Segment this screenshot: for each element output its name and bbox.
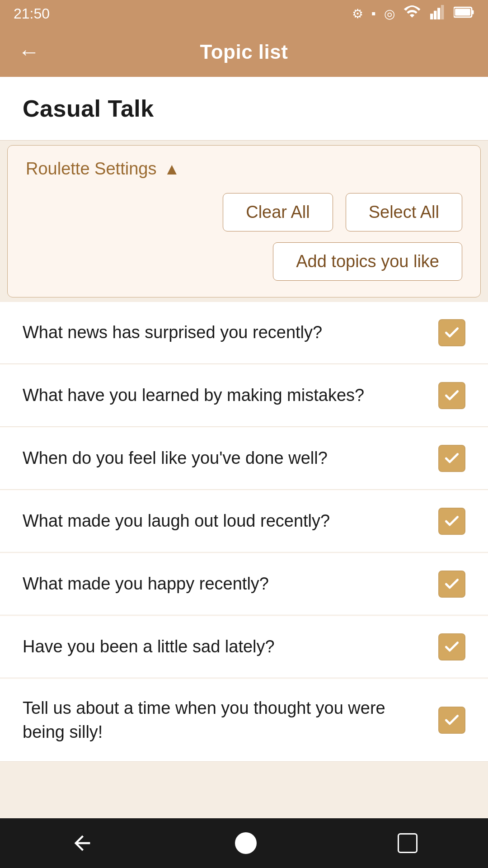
topic-checkbox[interactable] — [438, 707, 465, 734]
topic-list: What news has surprised you recently?Wha… — [0, 302, 488, 762]
home-nav-button[interactable] — [235, 832, 257, 854]
storage-icon: ▪ — [371, 6, 376, 21]
topic-checkbox[interactable] — [438, 445, 465, 472]
topic-item: Tell us about a time when you thought yo… — [0, 679, 488, 762]
nav-bar — [0, 818, 488, 868]
select-all-button[interactable]: Select All — [346, 193, 462, 231]
topic-text: What have you learned by making mistakes… — [23, 383, 438, 407]
topic-item: What made you laugh out loud recently? — [0, 491, 488, 552]
topic-item: What made you happy recently? — [0, 553, 488, 615]
settings-icon: ⚙ — [352, 6, 363, 21]
svg-rect-3 — [441, 5, 444, 19]
status-icons: ⚙ ▪ ◎ — [352, 5, 474, 23]
roulette-header[interactable]: Roulette Settings ▲ — [26, 159, 462, 179]
battery-icon — [454, 5, 474, 22]
chevron-up-icon: ▲ — [164, 160, 180, 179]
topic-checkbox[interactable] — [438, 382, 465, 409]
topic-text: When do you feel like you've done well? — [23, 446, 438, 470]
topic-checkbox[interactable] — [438, 633, 465, 660]
svg-rect-0 — [430, 14, 433, 19]
svg-rect-6 — [455, 9, 470, 15]
square-icon — [398, 833, 418, 853]
roulette-label: Roulette Settings — [26, 159, 156, 179]
back-button[interactable]: ← — [18, 41, 40, 63]
topic-item: Have you been a little sad lately? — [0, 616, 488, 678]
recent-nav-button[interactable] — [398, 833, 418, 853]
app-bar: ← Topic list — [0, 27, 488, 77]
svg-rect-5 — [472, 10, 474, 14]
roulette-buttons-row: Clear All Select All — [26, 193, 462, 231]
svg-rect-1 — [434, 10, 436, 19]
status-time: 21:50 — [14, 5, 50, 22]
topic-checkbox[interactable] — [438, 508, 465, 535]
topic-checkbox[interactable] — [438, 571, 465, 598]
topic-checkbox[interactable] — [438, 319, 465, 346]
svg-rect-2 — [437, 8, 440, 19]
add-topics-button[interactable]: Add topics you like — [273, 242, 462, 281]
circle-icon — [235, 832, 257, 854]
app-title: Topic list — [200, 41, 288, 63]
wifi-icon — [403, 5, 421, 23]
status-bar: 21:50 ⚙ ▪ ◎ — [0, 0, 488, 27]
topic-item: What have you learned by making mistakes… — [0, 365, 488, 427]
topic-text: What made you laugh out loud recently? — [23, 509, 438, 533]
back-nav-button[interactable] — [70, 831, 94, 855]
topic-item: What news has surprised you recently? — [0, 302, 488, 364]
topic-text: Have you been a little sad lately? — [23, 635, 438, 659]
add-topics-row: Add topics you like — [26, 242, 462, 281]
media-icon: ◎ — [384, 6, 395, 21]
category-card: Casual Talk — [0, 77, 488, 141]
signal-icon — [429, 5, 446, 23]
clear-all-button[interactable]: Clear All — [223, 193, 333, 231]
topic-text: What made you happy recently? — [23, 572, 438, 596]
topic-text: What news has surprised you recently? — [23, 321, 438, 344]
category-title: Casual Talk — [23, 95, 154, 122]
topic-item: When do you feel like you've done well? — [0, 428, 488, 490]
topic-text: Tell us about a time when you thought yo… — [23, 696, 438, 744]
roulette-settings-panel: Roulette Settings ▲ Clear All Select All… — [7, 145, 481, 297]
